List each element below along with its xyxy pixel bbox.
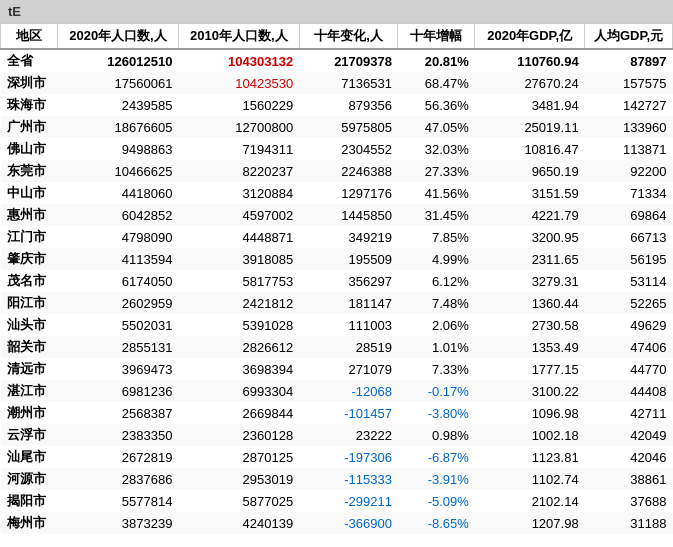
cell-15-2: 6993304: [178, 380, 299, 402]
cell-13-3: 28519: [299, 336, 398, 358]
cell-11-4: 7.48%: [398, 292, 475, 314]
cell-16-5: 1096.98: [475, 402, 585, 424]
table-row: 汕尾市26728192870125-197306-6.87%1123.81420…: [1, 446, 673, 468]
cell-6-0: 中山市: [1, 182, 58, 204]
table-row: 广州市1867660512700800597580547.05%25019.11…: [1, 116, 673, 138]
table-row: 全省1260125101043031322170937820.81%110760…: [1, 49, 673, 72]
cell-19-2: 2953019: [178, 468, 299, 490]
cell-6-5: 3151.59: [475, 182, 585, 204]
table-row: 潮州市25683872669844-101457-3.80%1096.98427…: [1, 402, 673, 424]
cell-5-2: 8220237: [178, 160, 299, 182]
cell-2-2: 1560229: [178, 94, 299, 116]
cell-18-4: -6.87%: [398, 446, 475, 468]
cell-3-0: 广州市: [1, 116, 58, 138]
cell-14-1: 3969473: [58, 358, 179, 380]
cell-18-5: 1123.81: [475, 446, 585, 468]
cell-10-1: 6174050: [58, 270, 179, 292]
table-row: 茂名市617405058177533562976.12%3279.3153114: [1, 270, 673, 292]
cell-2-5: 3481.94: [475, 94, 585, 116]
cell-13-6: 47406: [585, 336, 673, 358]
table-row: 佛山市94988637194311230455232.03%10816.4711…: [1, 138, 673, 160]
col-header-1: 2020年人口数,人: [58, 24, 179, 50]
cell-7-2: 4597002: [178, 204, 299, 226]
cell-7-6: 69864: [585, 204, 673, 226]
cell-7-3: 1445850: [299, 204, 398, 226]
table-row: 中山市44180603120884129717641.56%3151.59713…: [1, 182, 673, 204]
cell-9-5: 2311.65: [475, 248, 585, 270]
cell-1-6: 157575: [585, 72, 673, 94]
cell-17-4: 0.98%: [398, 424, 475, 446]
cell-16-0: 潮州市: [1, 402, 58, 424]
cell-18-0: 汕尾市: [1, 446, 58, 468]
cell-5-0: 东莞市: [1, 160, 58, 182]
cell-17-3: 23222: [299, 424, 398, 446]
cell-16-4: -3.80%: [398, 402, 475, 424]
cell-6-6: 71334: [585, 182, 673, 204]
cell-0-3: 21709378: [299, 49, 398, 72]
cell-4-0: 佛山市: [1, 138, 58, 160]
cell-21-2: 4240139: [178, 512, 299, 534]
cell-6-2: 3120884: [178, 182, 299, 204]
cell-18-6: 42046: [585, 446, 673, 468]
cell-21-6: 31188: [585, 512, 673, 534]
cell-10-6: 53114: [585, 270, 673, 292]
table-row: 珠海市2439585156022987935656.36%3481.941427…: [1, 94, 673, 116]
col-header-4: 十年增幅: [398, 24, 475, 50]
col-header-5: 2020年GDP,亿: [475, 24, 585, 50]
cell-12-2: 5391028: [178, 314, 299, 336]
cell-13-1: 2855131: [58, 336, 179, 358]
cell-4-1: 9498863: [58, 138, 179, 160]
cell-6-4: 41.56%: [398, 182, 475, 204]
table-row: 江门市479809044488713492197.85%3200.9566713: [1, 226, 673, 248]
cell-8-4: 7.85%: [398, 226, 475, 248]
cell-20-2: 5877025: [178, 490, 299, 512]
cell-12-4: 2.06%: [398, 314, 475, 336]
cell-18-1: 2672819: [58, 446, 179, 468]
cell-21-4: -8.65%: [398, 512, 475, 534]
cell-15-5: 3100.22: [475, 380, 585, 402]
cell-2-1: 2439585: [58, 94, 179, 116]
cell-14-5: 1777.15: [475, 358, 585, 380]
cell-5-4: 27.33%: [398, 160, 475, 182]
cell-20-6: 37688: [585, 490, 673, 512]
table-row: 梅州市38732394240139-366900-8.65%1207.98311…: [1, 512, 673, 534]
cell-20-3: -299211: [299, 490, 398, 512]
cell-9-3: 195509: [299, 248, 398, 270]
cell-0-1: 126012510: [58, 49, 179, 72]
cell-10-3: 356297: [299, 270, 398, 292]
cell-11-2: 2421812: [178, 292, 299, 314]
cell-0-5: 110760.94: [475, 49, 585, 72]
cell-14-0: 清远市: [1, 358, 58, 380]
cell-2-3: 879356: [299, 94, 398, 116]
cell-3-1: 18676605: [58, 116, 179, 138]
cell-17-6: 42049: [585, 424, 673, 446]
cell-15-4: -0.17%: [398, 380, 475, 402]
cell-1-4: 68.47%: [398, 72, 475, 94]
cell-0-6: 87897: [585, 49, 673, 72]
col-header-3: 十年变化,人: [299, 24, 398, 50]
cell-17-5: 1002.18: [475, 424, 585, 446]
cell-21-1: 3873239: [58, 512, 179, 534]
data-table: 地区2020年人口数,人2010年人口数,人十年变化,人十年增幅2020年GDP…: [0, 23, 673, 534]
cell-14-6: 44770: [585, 358, 673, 380]
cell-12-0: 汕头市: [1, 314, 58, 336]
cell-3-4: 47.05%: [398, 116, 475, 138]
cell-6-3: 1297176: [299, 182, 398, 204]
cell-15-0: 湛江市: [1, 380, 58, 402]
cell-8-2: 4448871: [178, 226, 299, 248]
cell-2-0: 珠海市: [1, 94, 58, 116]
cell-12-6: 49629: [585, 314, 673, 336]
table-row: 汕头市550203153910281110032.06%2730.5849629: [1, 314, 673, 336]
cell-11-0: 阳江市: [1, 292, 58, 314]
cell-19-0: 河源市: [1, 468, 58, 490]
cell-19-5: 1102.74: [475, 468, 585, 490]
cell-12-5: 2730.58: [475, 314, 585, 336]
cell-9-6: 56195: [585, 248, 673, 270]
cell-1-5: 27670.24: [475, 72, 585, 94]
cell-7-4: 31.45%: [398, 204, 475, 226]
col-header-6: 人均GDP,元: [585, 24, 673, 50]
cell-5-6: 92200: [585, 160, 673, 182]
cell-9-1: 4113594: [58, 248, 179, 270]
cell-19-6: 38861: [585, 468, 673, 490]
cell-0-2: 104303132: [178, 49, 299, 72]
